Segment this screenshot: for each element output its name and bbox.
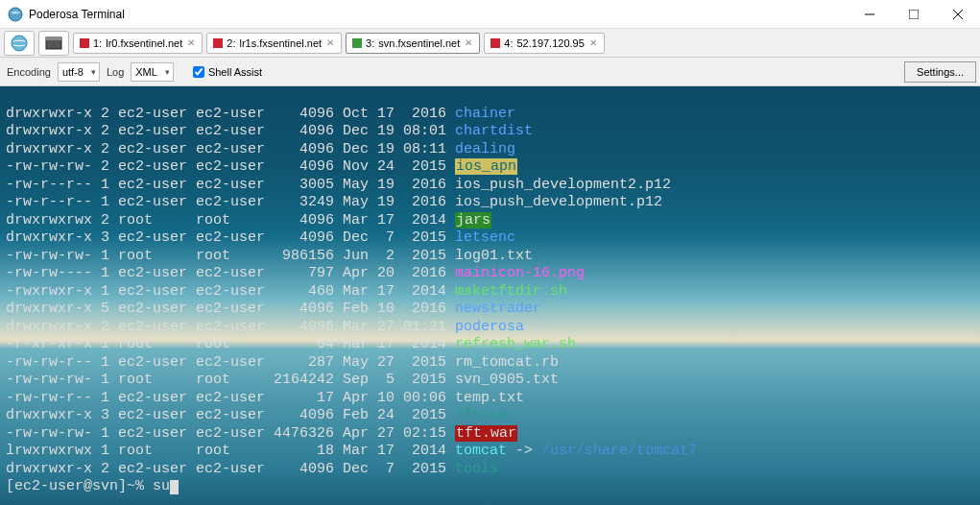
encoding-label: Encoding xyxy=(4,66,54,78)
tab-number: 4: xyxy=(504,37,513,49)
file-row: drwxrwxrwx 2 root root 4096 Mar 17 2014 … xyxy=(6,212,974,230)
svg-point-5 xyxy=(12,36,27,51)
file-row: -rw-rw-r-- 1 ec2-user ec2-user 287 May 2… xyxy=(6,354,974,373)
file-row: -r-xr-xr-x 1 root root 64 Mar 17 2014 re… xyxy=(6,336,974,354)
file-row: -rw-rw---- 1 ec2-user ec2-user 797 Apr 2… xyxy=(6,265,974,283)
file-row: -rw-rw-rw- 1 root root 986156 Jun 2 2015… xyxy=(6,248,974,266)
close-button[interactable] xyxy=(936,0,980,29)
tab-status-icon xyxy=(352,38,362,48)
terminal-icon-button[interactable] xyxy=(38,31,69,56)
file-row: -rw-r--r-- 1 ec2-user ec2-user 3005 May … xyxy=(6,177,974,195)
tab-label: lr1s.fxsentinel.net xyxy=(239,37,322,49)
maximize-button[interactable] xyxy=(892,0,936,29)
titlebar: Poderosa Terminal xyxy=(0,0,980,29)
file-row: -rw-rw-rw- 1 ec2-user ec2-user 4476326 A… xyxy=(6,425,974,444)
tab-label: svn.fxsentinel.net xyxy=(378,37,460,49)
tab-status-icon xyxy=(213,38,223,48)
file-row: -rw-rw-r-- 1 ec2-user ec2-user 17 Apr 10… xyxy=(6,390,974,408)
settings-button[interactable]: Settings... xyxy=(904,61,976,83)
file-row: -rw-r--r-- 1 ec2-user ec2-user 3249 May … xyxy=(6,194,974,212)
prompt: [ec2-user@svn]~% xyxy=(6,478,153,494)
file-row: -rwxrwxr-x 1 ec2-user ec2-user 460 Mar 1… xyxy=(6,283,974,301)
file-row: drwxrwxr-x 5 ec2-user ec2-user 4096 Feb … xyxy=(6,301,974,319)
file-row: lrwxrwxrwx 1 root root 18 Mar 17 2014 to… xyxy=(6,443,974,461)
tab-close-icon[interactable]: ✕ xyxy=(186,37,196,48)
tab-number: 3: xyxy=(366,37,374,49)
log-select[interactable]: XML xyxy=(131,62,174,82)
app-icon xyxy=(8,7,23,22)
tab-52.197.120.95[interactable]: 4:52.197.120.95✕ xyxy=(484,33,605,54)
file-row: -rw-rw-rw- 2 ec2-user ec2-user 4096 Nov … xyxy=(6,158,974,177)
tab-close-icon[interactable]: ✕ xyxy=(464,37,473,48)
tab-number: 1: xyxy=(93,37,102,49)
toolbar: Encoding utf-8 Log XML Shell Assist Sett… xyxy=(0,58,980,86)
svg-point-0 xyxy=(9,8,22,21)
file-row: drwxrwxr-x 2 ec2-user ec2-user 4096 Dec … xyxy=(6,461,974,479)
cursor xyxy=(170,480,179,494)
file-row: -rw-rw-rw- 1 root root 2164242 Sep 5 201… xyxy=(6,372,974,390)
log-label: Log xyxy=(104,66,127,78)
terminal-output[interactable]: drwxrwxr-x 2 ec2-user ec2-user 4096 Oct … xyxy=(0,86,980,505)
tab-label: 52.197.120.95 xyxy=(516,37,584,49)
tab-close-icon[interactable]: ✕ xyxy=(325,37,335,48)
file-row: drwxrwxr-x 2 ec2-user ec2-user 4096 Dec … xyxy=(6,123,974,141)
minimize-button[interactable] xyxy=(848,0,892,29)
svg-rect-7 xyxy=(46,37,61,40)
file-row: drwxrwxr-x 2 ec2-user ec2-user 4096 Oct … xyxy=(6,106,974,124)
svg-rect-2 xyxy=(909,10,919,19)
tab-close-icon[interactable]: ✕ xyxy=(588,37,598,48)
tab-svn.fxsentinel.net[interactable]: 3:svn.fxsentinel.net✕ xyxy=(346,33,480,54)
file-row: drwxrwxr-x 3 ec2-user ec2-user 4096 Dec … xyxy=(6,229,974,248)
file-row: drwxrwxr-x 2 ec2-user ec2-user 4096 Dec … xyxy=(6,141,974,159)
tab-status-icon xyxy=(80,38,89,48)
file-row: drwxrwxr-x 2 ec2-user ec2-user 4096 Mar … xyxy=(6,319,974,337)
tab-label: lr0.fxsentinel.net xyxy=(106,37,182,49)
tab-number: 2: xyxy=(227,37,235,49)
globe-icon-button[interactable] xyxy=(4,31,35,56)
file-row: drwxrwxr-x 3 ec2-user ec2-user 4096 Feb … xyxy=(6,407,974,425)
encoding-select[interactable]: utf-8 xyxy=(58,62,100,82)
shell-assist-checkbox[interactable]: Shell Assist xyxy=(193,66,262,78)
prompt-input: su xyxy=(153,478,170,494)
tab-status-icon xyxy=(490,38,500,48)
tab-lr1s.fxsentinel.net[interactable]: 2:lr1s.fxsentinel.net✕ xyxy=(206,33,342,54)
tab-lr0.fxsentinel.net[interactable]: 1:lr0.fxsentinel.net✕ xyxy=(73,33,203,54)
window-title: Poderosa Terminal xyxy=(29,8,125,21)
tab-bar: 1:lr0.fxsentinel.net✕2:lr1s.fxsentinel.n… xyxy=(0,29,980,58)
